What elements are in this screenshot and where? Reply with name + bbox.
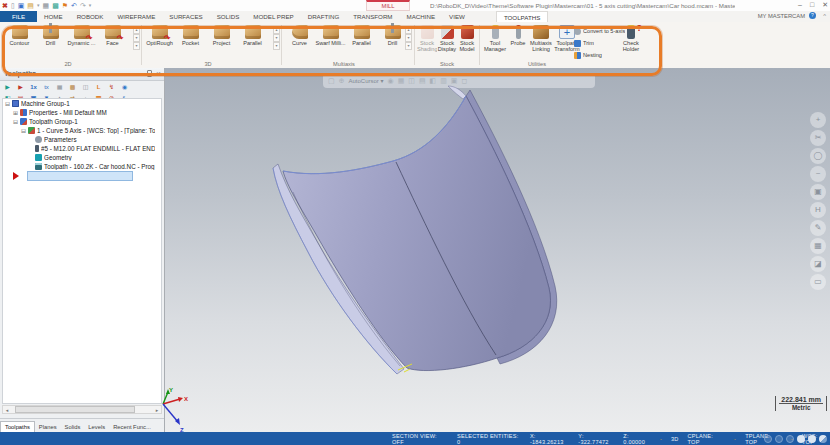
toolbar-icon-1[interactable]: ▶ [2, 82, 13, 92]
scissors-icon[interactable]: ✂ [810, 130, 826, 146]
open-dropdown-icon[interactable]: ▾ [37, 1, 40, 10]
status-indicator-icon[interactable] [764, 435, 772, 443]
panel-tab-solids[interactable]: Solids [61, 422, 85, 432]
mode-2d3d-toggle[interactable]: 3D [671, 436, 679, 442]
toolbar-icon-4[interactable]: tx [41, 82, 52, 92]
panel-dropdown-icon[interactable]: ▾ [140, 70, 143, 77]
status-indicator-icon[interactable] [819, 435, 827, 443]
face-button[interactable]: Face [97, 22, 128, 60]
minimize-button[interactable]: – [798, 1, 802, 9]
status-indicator-icon[interactable] [808, 435, 816, 443]
my-mastercam[interactable]: MY MASTERCAM ? [758, 12, 816, 19]
probe-button[interactable]: Probe [508, 22, 528, 60]
flag-icon[interactable]: ⚑ [62, 1, 68, 10]
expand-toggle-icon[interactable]: ⊟ [21, 127, 28, 135]
toolbar-icon-5[interactable]: ▦ [54, 82, 65, 92]
contextual-tab-mill[interactable]: MILL [366, 0, 410, 11]
redo-icon[interactable]: ↷ [80, 1, 86, 10]
toolbar-icon-10[interactable]: ◉ [119, 82, 130, 92]
close-button[interactable]: ✕ [822, 1, 828, 9]
swarf-milling-button[interactable]: Swarf Milli... [315, 22, 346, 60]
optirough-button[interactable]: OptiRough [144, 22, 175, 60]
insert-position-highlight[interactable] [27, 171, 133, 181]
tree-row-parameters[interactable]: Parameters [3, 135, 161, 144]
tab-home[interactable]: HOME [37, 11, 70, 22]
hole-icon[interactable]: H [810, 202, 826, 218]
tree-row-toolpath-group[interactable]: ⊟ Toolpath Group-1 [3, 117, 161, 126]
tab-file[interactable]: FILE [0, 11, 37, 22]
scroll-left-icon[interactable]: ◂ [3, 407, 11, 413]
new-file-icon[interactable]: ▯ [11, 1, 15, 10]
tree-insert-position[interactable] [3, 171, 161, 180]
bounding-box-icon[interactable]: ▭ [810, 274, 826, 290]
status-indicator-icon[interactable] [786, 435, 794, 443]
tab-view[interactable]: VIEW [442, 11, 472, 22]
tab-model-prep[interactable]: MODEL PREP [246, 11, 300, 22]
car-hood-model[interactable] [165, 68, 830, 432]
parallel-multiaxis-button[interactable]: Parallel [346, 22, 377, 60]
dynamic-mill-button[interactable]: Dynamic ... [66, 22, 97, 60]
mesh-icon[interactable]: ▦ [810, 238, 826, 254]
expand-toggle-icon[interactable]: ⊟ [5, 100, 12, 108]
cplane-selector[interactable]: CPLANE: TOP [688, 433, 725, 445]
group-2d-scroll-buttons[interactable]: ▴▾▾ [133, 26, 140, 50]
pencil-icon[interactable]: ✎ [810, 220, 826, 236]
pin-icon[interactable] [147, 70, 152, 77]
stock-display-button[interactable]: Stock Display [437, 22, 457, 60]
toolbar-icon-8[interactable]: L [93, 82, 104, 92]
pocket-button[interactable]: Pocket [175, 22, 206, 60]
check-holder-button[interactable]: Check Holder [616, 22, 646, 52]
status-indicator-icon[interactable] [797, 435, 805, 443]
edit-document-icon[interactable]: ▩ [52, 1, 59, 10]
solid-icon[interactable]: ◪ [810, 256, 826, 272]
status-indicator-icon[interactable] [775, 435, 783, 443]
help-icon[interactable]: ? [809, 12, 816, 19]
tab-robodk[interactable]: ROBODK [70, 11, 111, 22]
tab-toolpaths[interactable]: TOOLPATHS [496, 11, 548, 22]
drill-multiaxis-button[interactable]: Drill [377, 22, 408, 60]
hood-surface[interactable] [283, 96, 550, 371]
drill-2d-button[interactable]: Drill [35, 22, 66, 60]
print-icon[interactable]: ▦ [43, 1, 50, 10]
tab-wireframe[interactable]: WIREFRAME [110, 11, 162, 22]
contour-button[interactable]: Contour [4, 22, 35, 60]
open-folder-icon[interactable]: ▤ [27, 1, 34, 10]
curve-button[interactable]: Curve [284, 22, 315, 60]
maximize-button[interactable]: □ [810, 1, 814, 9]
panel-tab-toolpaths[interactable]: Toolpaths [0, 421, 35, 432]
multiaxis-linking-button[interactable]: Multiaxis Linking [528, 22, 554, 60]
group-3d-scroll-buttons[interactable]: ▴▾▾ [273, 26, 280, 50]
save-icon[interactable]: ▣ [18, 1, 25, 10]
toolbar-icon-7[interactable]: ◫ [80, 82, 91, 92]
tab-drafting[interactable]: DRAFTING [301, 11, 347, 22]
group-multiaxis-scroll-buttons[interactable]: ▴▾▾ [405, 26, 412, 50]
expand-toggle-icon[interactable]: ⊟ [13, 118, 20, 126]
tree-row-geometry[interactable]: Geometry [3, 153, 161, 162]
tree-row-operation[interactable]: ⊟ 1 - Curve 5 Axis - [WCS: Top] - [Tplan… [3, 126, 161, 135]
tree-row-machine-group[interactable]: ⊟ Machine Group-1 [3, 99, 161, 108]
tab-machine[interactable]: MACHINE [400, 11, 443, 22]
collapse-ribbon-icon[interactable]: ^ [823, 13, 826, 19]
undo-icon[interactable]: ↶ [71, 1, 77, 10]
add-icon[interactable]: + [810, 112, 826, 128]
circle-icon[interactable]: ◯ [810, 148, 826, 164]
scrollbar-thumb[interactable] [15, 406, 135, 413]
parallel-3d-button[interactable]: Parallel [237, 22, 268, 60]
tool-manager-button[interactable]: Tool Manager [482, 22, 508, 60]
project-button[interactable]: Project [206, 22, 237, 60]
tree-row-tool[interactable]: #5 - M12.00 FLAT ENDMILL - FLAT END [3, 144, 161, 153]
toolbar-icon-3[interactable]: 1x [28, 82, 39, 92]
plane-icon[interactable]: ▣ [810, 184, 826, 200]
expand-toggle-icon[interactable]: ⊞ [13, 109, 20, 117]
tab-solids[interactable]: SOLIDS [210, 11, 247, 22]
tab-surfaces[interactable]: SURFACES [162, 11, 209, 22]
panel-tab-planes[interactable]: Planes [35, 422, 61, 432]
toolbar-icon-9[interactable]: ↯ [106, 82, 117, 92]
stock-model-button[interactable]: Stock Model [457, 22, 477, 60]
hood-tip-curl[interactable] [448, 86, 466, 99]
section-view-status[interactable]: SECTION VIEW: OFF [392, 433, 448, 445]
tree-horizontal-scrollbar[interactable]: ◂ ▸ [2, 405, 162, 414]
spline-icon[interactable]: ~ [810, 166, 826, 182]
panel-close-icon[interactable]: ✕ [156, 70, 161, 77]
tree-row-properties[interactable]: ⊞ Properties - Mill Default MM [3, 108, 161, 117]
